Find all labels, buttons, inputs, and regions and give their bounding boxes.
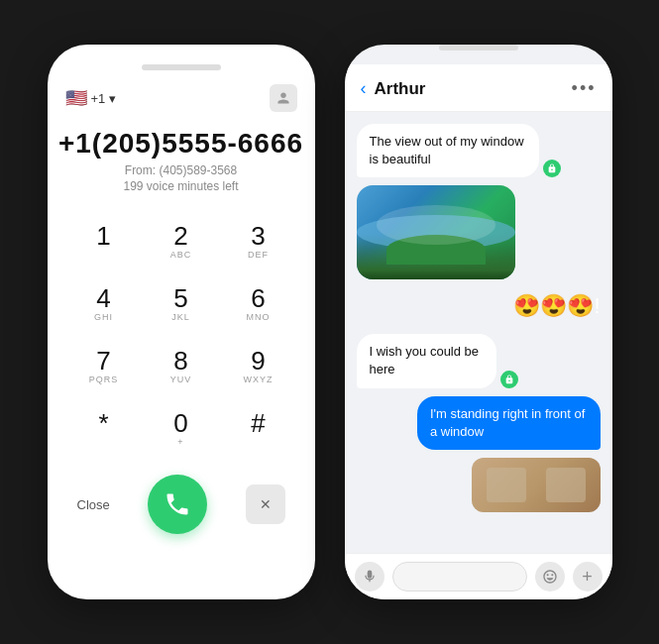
flag-selector[interactable]: 🇺🇸 +1 ▾ [65,87,117,109]
phone-notch [142,64,221,70]
lock-icon [543,160,561,177]
add-attachment-button[interactable]: + [573,562,603,591]
message-input-field[interactable] [392,562,527,591]
sent-emoji-bubble: 😍😍😍! [513,287,600,326]
dialer-top-bar: 🇺🇸 +1 ▾ [48,84,315,112]
keypad-key-2[interactable]: 2 ABC [145,213,218,271]
message-row-image [357,185,601,279]
close-button[interactable]: Close [77,497,110,512]
country-code: +1 [91,91,106,106]
dialer-number-display: +1(205)5555-6666 [48,128,315,160]
keypad: 1 2 ABC 3 DEF 4 GHI 5 JKL 6 MNO 7 PQRS 8… [48,213,315,459]
keypad-key-5[interactable]: 5 JKL [145,275,218,334]
scenic-image-bubble [357,185,515,279]
bubble-with-lock-2: I wish you could be here [357,334,543,387]
messaging-phone: ‹ Arthur ••• The view out of my window i… [345,45,612,599]
received-bubble: The view out of my window is beautiful [357,124,540,177]
back-button[interactable]: ‹ [361,78,367,99]
lock-icon-2 [500,371,518,388]
dialer-actions: Close ✕ [48,475,315,534]
message-row-standing: I'm standing right in front of a window [357,396,601,450]
call-button[interactable] [148,475,207,534]
microphone-button[interactable] [355,562,384,591]
header-left: ‹ Arthur [361,78,426,99]
island-decoration [386,235,486,265]
received-bubble-2: I wish you could be here [357,334,496,387]
keypad-key-8[interactable]: 8 YUV [145,338,218,396]
message-body: The view out of my window is beautiful [345,112,612,553]
message-input-bar: + [345,553,612,599]
keypad-key-*[interactable]: * [67,400,141,459]
dialer-from-number: From: (405)589-3568 [48,163,315,177]
scenic-image [357,185,515,279]
message-header: ‹ Arthur ••• [345,64,612,112]
contact-name: Arthur [375,79,426,99]
message-row-emoji: 😍😍😍! [357,287,601,326]
contact-icon-button[interactable] [270,84,297,112]
message-row-wish: I wish you could be here [357,334,601,387]
keypad-key-4[interactable]: 4 GHI [67,275,141,334]
message-row-partial-img [357,458,601,512]
emoji-button[interactable] [535,562,565,591]
phones-container: 🇺🇸 +1 ▾ +1(205)5555-6666 From: (405)589-… [48,45,612,599]
partial-window-image [472,458,601,512]
dialer-phone: 🇺🇸 +1 ▾ +1(205)5555-6666 From: (405)589-… [48,45,315,599]
keypad-key-#[interactable]: # [222,400,295,459]
keypad-key-9[interactable]: 9 WXYZ [222,338,295,396]
keypad-key-3[interactable]: 3 DEF [222,213,295,271]
dropdown-arrow: ▾ [109,91,116,106]
dialer-minutes-left: 199 voice minutes left [48,179,315,193]
message-row: The view out of my window is beautiful [357,124,601,177]
flag-emoji: 🇺🇸 [65,87,87,109]
phone-notch-msg [439,45,518,51]
keypad-key-1[interactable]: 1 [67,213,141,271]
backspace-icon: ✕ [260,496,272,512]
sent-bubble-standing: I'm standing right in front of a window [417,396,601,450]
more-options-button[interactable]: ••• [572,78,597,99]
backspace-button[interactable]: ✕ [246,484,285,524]
keypad-key-6[interactable]: 6 MNO [222,275,295,334]
bubble-with-lock: The view out of my window is beautiful [357,124,601,177]
keypad-key-0[interactable]: 0 + [145,400,218,459]
keypad-key-7[interactable]: 7 PQRS [67,338,141,396]
